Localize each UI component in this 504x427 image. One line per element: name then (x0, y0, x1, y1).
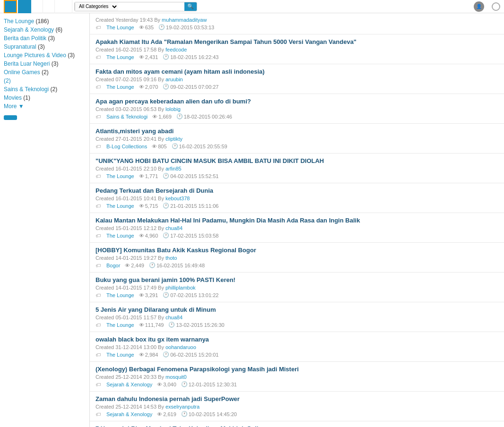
views-count: 3,291 (145, 292, 158, 298)
forum-tab[interactable] (18, 0, 31, 13)
thread-title[interactable]: Zaman dahulu Indonesia pernah jadi Super… (96, 395, 498, 402)
thread-tag[interactable]: Bogor (106, 263, 120, 268)
thread-tags: 🏷The Lounge 👁 2,431 🕐 18-02-2015 16:22:4… (96, 54, 498, 60)
thread-tag[interactable]: The Lounge (106, 173, 134, 179)
thread-title[interactable]: owalah black box itu gx item warnanya (96, 336, 498, 343)
thread-meta: Created 15-01-2015 12:12 By chua84 (96, 225, 498, 231)
thread-last-time: 🕐 07-02-2015 13:01:22 (163, 292, 218, 298)
sidebar-item-7[interactable]: (2) (4, 77, 86, 85)
thread-item: Apa agan percaya keberadaan alien dan uf… (90, 94, 504, 124)
thread-views: 👁 2,984 (139, 352, 158, 358)
thread-meta-text: Created 27-01-2015 20:41 By (96, 136, 165, 142)
tag-icon: 🏷 (96, 54, 101, 60)
views-count: 5,715 (145, 203, 158, 209)
thread-views: 👁 4,960 (139, 233, 158, 239)
thread-meta: Created 16-01-2015 10:41 By kebout378 (96, 196, 498, 201)
fjb-tab[interactable] (31, 0, 43, 13)
thread-title[interactable]: Buku yang gua berani jamin 100% PASTI Ke… (96, 276, 498, 283)
hubungan-tab[interactable] (61, 0, 72, 13)
views-count: 2,619 (163, 411, 176, 417)
sidebar-item-5[interactable]: Berita Luar Negeri (3) (4, 60, 86, 68)
thread-author[interactable]: muhammadadityaw (162, 17, 207, 23)
thread-tag[interactable]: B-Log Collections (106, 144, 147, 149)
thread-item: owalah black box itu gx item warnanyaCre… (90, 332, 504, 362)
thread-author[interactable]: chua84 (165, 315, 182, 320)
thread-title[interactable]: "UNIK"YANG HOBI BATU CINCIN MASUK BISA A… (96, 157, 498, 164)
views-count: 635 (145, 25, 154, 30)
time-value: 12-01-2015 12:30:31 (189, 382, 237, 387)
thread-tag[interactable]: Sains & Teknologi (106, 114, 148, 120)
thread-author[interactable]: exselryanputra (165, 404, 200, 410)
sidebar-item-6[interactable]: Online Games (2) (4, 68, 86, 77)
thread-last-time: 🕐 09-02-2015 07:00:27 (163, 84, 218, 90)
thread-tag[interactable]: The Lounge (106, 203, 134, 209)
thread-author[interactable]: thoto (165, 255, 177, 261)
thread-title[interactable]: Apa agan percaya keberadaan alien dan uf… (96, 98, 498, 105)
thread-author[interactable]: feedcode (165, 47, 187, 52)
thread-meta: Created 31-12-2014 13:00 By oohandaruoo (96, 344, 498, 350)
thread-author[interactable]: mosquit0 (165, 374, 187, 380)
thread-tag[interactable]: The Lounge (106, 54, 134, 60)
thread-tag[interactable]: The Lounge (106, 322, 134, 328)
time-value: 04-02-2015 15:52:51 (170, 173, 218, 179)
thread-title[interactable]: [HOBBY] Komunitas Batu Akik Kaskus Regio… (96, 247, 498, 254)
thread-author[interactable]: chua84 (165, 225, 182, 231)
sidebar-item-1[interactable]: Sejarah & Xenology (6) (4, 26, 86, 34)
tag-icon: 🏷 (96, 411, 101, 417)
sidebar-item-9[interactable]: Movies (1) (4, 94, 86, 102)
thread-item: (Xenology) Berbagai Fenomena Parapsikolo… (90, 362, 504, 392)
thread-title[interactable]: Atlantis,misteri yang abadi (96, 128, 498, 135)
logo-button[interactable] (4, 0, 17, 13)
search-button[interactable]: 🔍 (184, 2, 197, 11)
eye-icon: 👁 (125, 263, 130, 268)
thread-tag[interactable]: The Lounge (106, 25, 134, 30)
thread-title[interactable]: Kalau Mantan Melakukan Hal-Hal Ini Padam… (96, 217, 498, 224)
thread-author[interactable]: cliptikty (165, 136, 182, 142)
thread-tag[interactable]: The Lounge (106, 352, 134, 358)
thread-tag[interactable]: Sejarah & Xenology (106, 382, 152, 387)
thread-meta-text: Created 07-02-2015 09:16 By (96, 77, 165, 82)
thread-author[interactable]: philliplambok (165, 285, 196, 290)
thread-tag[interactable]: Sejarah & Xenology (106, 411, 152, 417)
sidebar-item-2[interactable]: Berita dan Politik (3) (4, 34, 86, 43)
thread-author[interactable]: aruubin (165, 77, 183, 82)
thread-title[interactable]: 5 Jenis Air yang Dilarang untuk di Minum (96, 306, 498, 313)
thread-tag[interactable]: The Lounge (106, 233, 134, 239)
thread-tags: 🏷B-Log Collections 👁 805 🕐 16-02-2015 20… (96, 143, 498, 149)
thread-author[interactable]: oohandaruoo (165, 344, 196, 350)
thread-views: 👁 111,749 (139, 322, 164, 328)
thread-item: [HOBBY] Komunitas Batu Akik Kaskus Regio… (90, 243, 504, 273)
sidebar-item-8[interactable]: Sains & Teknologi (2) (4, 85, 86, 94)
thread-item: 7 Hewan Ini Bisa Memberi Tahu Kehadiran … (90, 421, 504, 427)
sidebar-item-4[interactable]: Lounge Pictures & Video (3) (4, 51, 86, 60)
thread-item: Pedang Terkuat dan Bersejarah di DuniaCr… (90, 183, 504, 213)
thread-author[interactable]: kebout378 (165, 196, 190, 201)
thread-title[interactable]: Pedang Terkuat dan Bersejarah di Dunia (96, 187, 498, 194)
help-icon[interactable] (492, 2, 500, 11)
clock-icon: 🕐 (163, 351, 169, 358)
eye-icon: 👁 (139, 54, 144, 60)
sidebar-item-3[interactable]: Supranatural (3) (4, 43, 86, 51)
thread-tag[interactable]: The Lounge (106, 84, 134, 90)
thread-tag[interactable]: The Lounge (106, 292, 134, 298)
refine-search-button[interactable] (4, 115, 17, 120)
clock-icon: 🕐 (163, 54, 169, 60)
views-count: 2,070 (145, 84, 158, 90)
thread-title[interactable]: Fakta dan mitos ayam cemani (ayam hitam … (96, 68, 498, 75)
thread-author[interactable]: lolobig (165, 106, 181, 112)
search-input[interactable] (118, 2, 184, 11)
playground-tab[interactable] (43, 0, 55, 13)
thread-meta-text: Created 31-12-2014 13:00 By (96, 344, 165, 350)
thread-views: 👁 2,619 (157, 411, 176, 417)
thread-views: 👁 1,771 (139, 173, 158, 179)
thread-title[interactable]: (Xenology) Berbagai Fenomena Parapsikolo… (96, 366, 498, 373)
sidebar-item-10[interactable]: More ▼ (4, 102, 86, 111)
thread-title[interactable]: Apakah Kiamat Itu Ada "Ramalan Mengerika… (96, 38, 498, 45)
main-container: The Lounge (186)Sejarah & Xenology (6)Be… (0, 13, 504, 427)
clock-icon: 🕐 (168, 322, 175, 328)
sidebar-item-0[interactable]: The Lounge (186) (4, 17, 86, 26)
thread-author[interactable]: arfin85 (165, 166, 182, 171)
category-select[interactable]: All Categories (75, 2, 118, 11)
thread-title[interactable]: 7 Hewan Ini Bisa Memberi Tahu Kehadiran … (96, 425, 498, 427)
views-count: 1,669 (158, 114, 172, 120)
